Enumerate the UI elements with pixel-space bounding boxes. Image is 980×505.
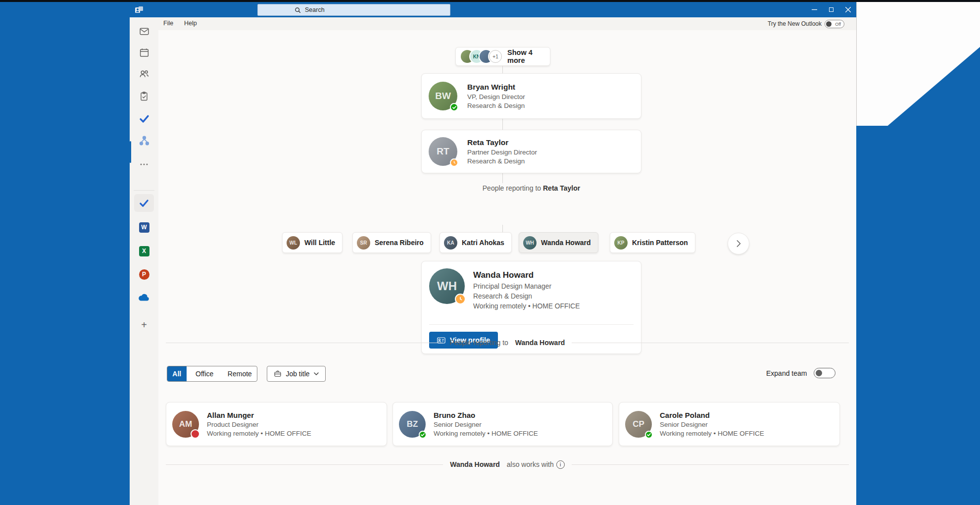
reporting-caption: People reporting to Reta Taylor (421, 184, 641, 192)
expand-team-label: Expand team (766, 369, 807, 377)
person-title: Senior Designer (660, 421, 764, 428)
nav-people-button[interactable] (130, 65, 158, 83)
search-placeholder: Search (305, 6, 325, 13)
person-location: Working remotely • HOME OFFICE (660, 430, 764, 437)
report-card-carole-poland[interactable]: CP Carole Poland Senior Designer Working… (619, 402, 840, 446)
left-navigation-rail: W X P + (130, 17, 158, 505)
more-dots-icon (139, 159, 149, 169)
person-location: Working remotely • HOME OFFICE (434, 430, 538, 437)
background-shape (856, 2, 980, 126)
nav-todo-button[interactable] (130, 109, 158, 127)
info-icon[interactable]: i (556, 460, 565, 469)
person-name: Wanda Howard (473, 270, 580, 280)
minimize-button[interactable] (806, 2, 823, 17)
filter-all-button[interactable]: All (167, 366, 187, 381)
search-icon (294, 7, 301, 13)
new-outlook-toggle[interactable]: Off (825, 20, 844, 28)
report-card-allan-munger[interactable]: AM Allan Munger Product Designer Working… (166, 402, 387, 446)
manager-card-reta-taylor[interactable]: RT Reta Taylor Partner Design Director R… (421, 130, 641, 173)
peer-name: Serena Ribeiro (375, 239, 424, 247)
presence-badge (419, 431, 427, 439)
manager-card-bryan-wright[interactable]: BW Bryan Wright VP, Design Director Rese… (421, 73, 641, 119)
filter-remote-button[interactable]: Remote (223, 366, 257, 381)
menu-file[interactable]: File (163, 20, 173, 27)
show-more-button[interactable]: KN +1 Show 4 more (455, 47, 550, 66)
peer-chip-will-little[interactable]: WL Will Little (282, 232, 343, 253)
pinned-todo-button[interactable] (130, 194, 158, 212)
toggle-knob (826, 21, 832, 27)
nav-tasks-button[interactable] (130, 87, 158, 105)
calendar-icon (139, 48, 149, 58)
selected-name: Wanda Howard (515, 339, 565, 347)
menu-help[interactable]: Help (184, 20, 197, 27)
nav-mail-button[interactable] (130, 22, 158, 40)
briefcase-icon (274, 370, 282, 378)
todo-check-icon (139, 113, 150, 124)
presence-badge (191, 429, 200, 439)
person-title: Senior Designer (434, 421, 538, 428)
person-name: Allan Munger (207, 411, 311, 419)
excel-icon: X (139, 246, 149, 256)
todo-check-icon (139, 198, 149, 208)
org-connector-line (502, 225, 503, 233)
avatar: CP (625, 411, 652, 438)
presence-badge (450, 103, 458, 111)
avatar: BW (429, 82, 457, 110)
avatar: RT (429, 137, 457, 166)
peer-name: Wanda Howard (541, 239, 591, 247)
overflow-count-avatar: +1 (489, 50, 502, 63)
peer-chip-katri-ahokas[interactable]: KA Katri Ahokas (440, 232, 512, 253)
filter-office-button[interactable]: Office (187, 366, 223, 381)
person-name: Bryan Wright (467, 83, 525, 92)
nav-calendar-button[interactable] (130, 44, 158, 61)
mail-icon (139, 26, 149, 37)
person-department: Research & Design (467, 157, 537, 165)
peer-chip-wanda-howard[interactable]: WH Wanda Howard (519, 232, 598, 253)
presence-badge (455, 294, 466, 304)
avatar: KA (444, 236, 457, 250)
powerpoint-icon: P (139, 269, 149, 280)
next-peers-button[interactable] (728, 233, 749, 254)
report-card-bruno-zhao[interactable]: BZ Bruno Zhao Senior Designer Working re… (392, 402, 613, 446)
presence-badge (645, 431, 653, 439)
pinned-word-button[interactable]: W (130, 218, 158, 236)
person-title: Partner Design Director (467, 149, 537, 156)
job-title-dropdown[interactable]: Job title (267, 366, 326, 382)
pinned-powerpoint-button[interactable]: P (130, 265, 158, 283)
nav-more-button[interactable] (130, 155, 158, 173)
rail-divider (134, 190, 154, 191)
pinned-onedrive-button[interactable] (130, 289, 158, 306)
org-connector-line (502, 66, 503, 73)
nav-org-chart-button[interactable] (130, 132, 158, 150)
org-connector-line (502, 119, 503, 130)
peer-chip-kristin-patterson[interactable]: KP Kristin Patterson (610, 232, 695, 253)
add-apps-button[interactable]: + (130, 316, 158, 334)
search-input[interactable]: Search (257, 4, 450, 16)
avatar: KP (614, 236, 628, 250)
person-department: Research & Design (473, 293, 580, 300)
word-icon: W (139, 222, 149, 233)
expand-team-toggle[interactable] (814, 368, 835, 378)
outlook-window: Search File Help Try the New Outlook Off (130, 2, 856, 505)
close-button[interactable] (839, 2, 856, 17)
person-location: Working remotely • HOME OFFICE (207, 430, 311, 437)
org-connector-line (502, 173, 503, 183)
org-chart-icon (139, 135, 150, 147)
maximize-button[interactable] (823, 2, 839, 17)
peer-chip-serena-ribeiro[interactable]: SR Serena Ribeiro (352, 232, 431, 253)
title-bar[interactable]: Search (130, 2, 856, 17)
peer-name: Katri Ahokas (462, 239, 504, 247)
peer-name: Will Little (304, 239, 335, 247)
reports-divider: People reporting to Wanda Howard (166, 338, 849, 348)
app-icon (135, 5, 144, 14)
job-title-label: Job title (286, 370, 309, 378)
person-department: Research & Design (467, 102, 525, 109)
also-works-with-divider: Wanda Howard also works with i (166, 459, 849, 469)
pinned-excel-button[interactable]: X (130, 242, 158, 260)
person-name: Carole Poland (660, 411, 764, 419)
tasks-icon (139, 91, 149, 101)
desktop-background: Search File Help Try the New Outlook Off (0, 0, 980, 505)
card-divider (429, 324, 634, 325)
toggle-state-label: Off (835, 22, 841, 27)
avatar: WL (287, 236, 300, 250)
